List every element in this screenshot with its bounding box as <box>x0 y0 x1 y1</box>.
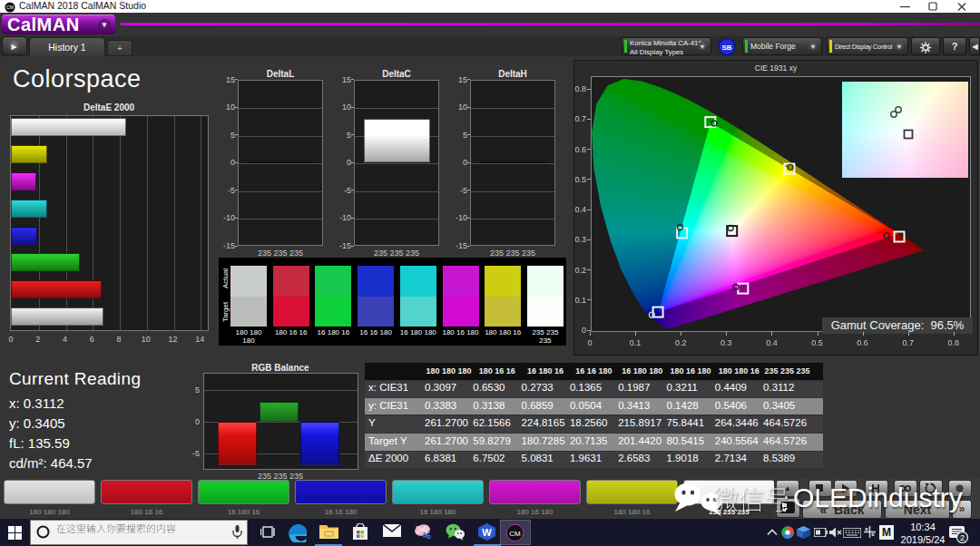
svg-text:Actual: Actual <box>221 268 230 288</box>
svg-text:Target: Target <box>221 301 230 322</box>
svg-text:SB: SB <box>721 44 731 52</box>
svg-text:CM: CM <box>6 5 14 10</box>
svg-text:W: W <box>482 527 492 538</box>
svg-text:2: 2 <box>960 533 965 542</box>
svg-text:CM: CM <box>509 530 521 538</box>
